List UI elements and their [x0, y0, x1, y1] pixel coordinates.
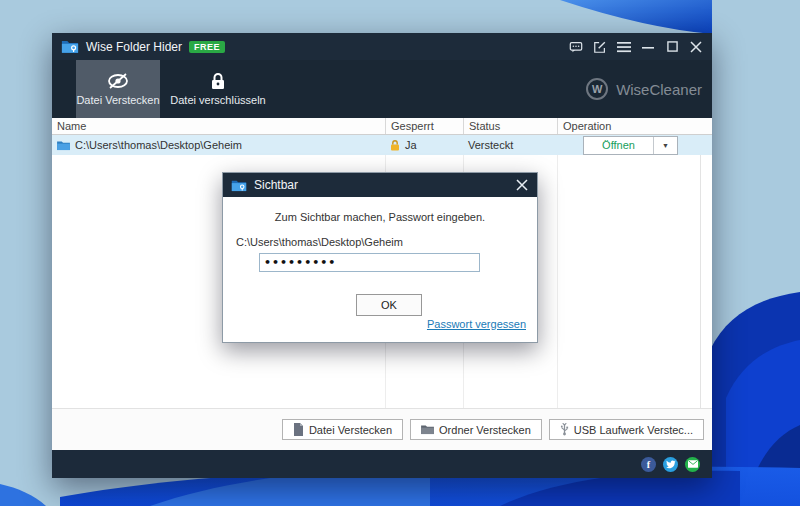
password-input[interactable]	[259, 253, 480, 272]
locked-icon	[390, 140, 400, 151]
app-folder-icon	[61, 39, 79, 54]
cell-name: C:\Users\thomas\Desktop\Geheim	[52, 139, 385, 151]
row-path: C:\Users\thomas\Desktop\Geheim	[75, 139, 242, 151]
dialog-path-label: C:\Users\thomas\Desktop\Geheim	[236, 236, 403, 248]
open-button-label[interactable]: Öffnen	[584, 137, 653, 154]
tab-datei-verstecken[interactable]: Datei Verstecken	[76, 60, 160, 118]
button-label: USB Laufwerk Verstec...	[574, 424, 693, 436]
button-label: Ordner Verstecken	[439, 424, 531, 436]
tab-label: Datei Verstecken	[76, 94, 159, 106]
button-label: Datei Verstecken	[309, 424, 392, 436]
action-button-bar: Datei Verstecken Ordner Verstecken	[52, 408, 712, 450]
eye-off-icon	[105, 72, 131, 90]
dialog-folder-icon	[231, 179, 247, 192]
column-header-name[interactable]: Name	[52, 118, 385, 134]
email-icon[interactable]	[685, 457, 700, 472]
hide-folder-button[interactable]: Ordner Verstecken	[410, 419, 542, 440]
brand-name: WiseCleaner	[616, 81, 702, 98]
free-badge: FREE	[189, 41, 225, 53]
password-dialog: Sichtbar Zum Sichtbar machen, Passwort e…	[222, 172, 538, 343]
scrollbar-track[interactable]	[700, 155, 712, 408]
ok-button[interactable]: OK	[356, 294, 422, 316]
window-title: Wise Folder Hider	[86, 40, 182, 54]
brand: W WiseCleaner	[586, 60, 702, 118]
hide-file-button[interactable]: Datei Verstecken	[282, 419, 403, 440]
dialog-body: Zum Sichtbar machen, Passwort eingeben. …	[223, 197, 537, 342]
toolbar: Datei Verstecken Datei verschlüsseln W W…	[52, 60, 712, 118]
column-header-operation[interactable]: Operation	[557, 118, 712, 134]
table-row[interactable]: C:\Users\thomas\Desktop\Geheim Ja Verste…	[52, 135, 712, 155]
wisecleaner-logo-icon: W	[586, 78, 608, 100]
dialog-title: Sichtbar	[254, 178, 298, 192]
titlebar: Wise Folder Hider FREE	[52, 33, 712, 60]
column-header-gesperrt[interactable]: Gesperrt	[385, 118, 463, 134]
tab-label: Datei verschlüsseln	[170, 94, 265, 106]
column-divider	[557, 155, 558, 408]
feedback-icon[interactable]	[569, 40, 583, 54]
maximize-icon[interactable]	[665, 40, 679, 54]
dialog-close-icon[interactable]	[515, 178, 529, 192]
forgot-password-link[interactable]: Passwort vergessen	[427, 318, 526, 330]
facebook-icon[interactable]: f	[641, 457, 656, 472]
cell-gesperrt: Ja	[385, 139, 463, 151]
folder-icon	[57, 140, 70, 151]
tab-datei-verschluesseln[interactable]: Datei verschlüsseln	[160, 60, 276, 118]
edit-icon[interactable]	[593, 40, 607, 54]
dialog-titlebar: Sichtbar	[223, 173, 537, 197]
open-button[interactable]: Öffnen ▼	[583, 136, 678, 155]
twitter-icon[interactable]	[663, 457, 678, 472]
row-status: Versteckt	[468, 139, 513, 151]
table-header: Name Gesperrt Status Operation	[52, 118, 712, 135]
row-gesperrt: Ja	[405, 139, 417, 151]
footer: f	[52, 450, 712, 478]
menu-icon[interactable]	[617, 40, 631, 54]
hide-usb-button[interactable]: USB Laufwerk Verstec...	[549, 419, 704, 440]
cell-operation: Öffnen ▼	[557, 136, 712, 155]
cell-status: Versteckt	[463, 139, 557, 151]
file-icon	[293, 423, 304, 436]
usb-icon	[560, 423, 569, 436]
lock-icon	[210, 72, 226, 90]
folder-icon	[421, 424, 434, 435]
minimize-icon[interactable]	[641, 40, 655, 54]
close-icon[interactable]	[689, 40, 703, 54]
dialog-message: Zum Sichtbar machen, Passwort eingeben.	[223, 211, 537, 223]
column-header-status[interactable]: Status	[463, 118, 557, 134]
open-dropdown-arrow-icon[interactable]: ▼	[653, 137, 677, 154]
desktop: Wise Folder Hider FREE	[0, 0, 800, 506]
